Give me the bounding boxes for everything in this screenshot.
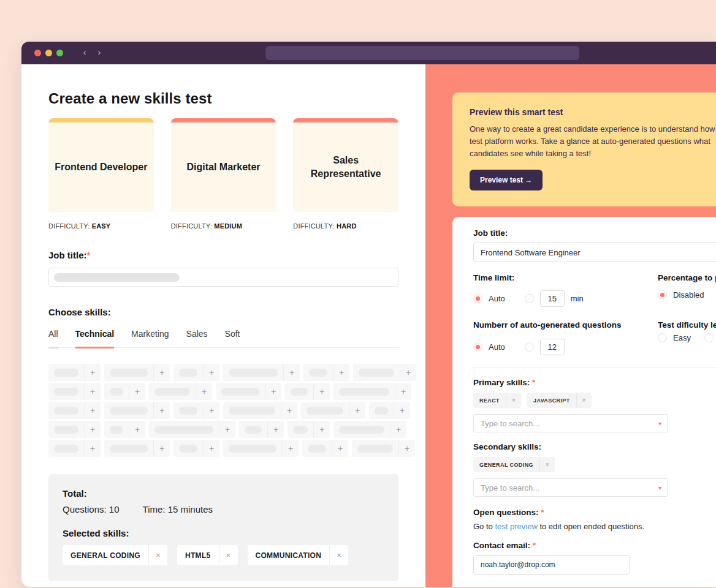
contact-email-input[interactable]: noah.taylor@drop.com [473,555,630,575]
add-skill-icon[interactable]: + [129,424,145,434]
skill-chip-general-coding: GENERAL CODING × [63,545,167,565]
tab-sales[interactable]: Sales [186,329,208,347]
tab-all[interactable]: All [48,329,58,349]
add-skill-icon[interactable]: + [196,386,212,396]
remove-skill-icon[interactable]: × [506,397,521,404]
forward-icon[interactable]: › [97,48,101,58]
page-title: Create a new skills test [48,90,398,107]
add-skill-icon[interactable]: + [204,405,219,415]
questions-custom-radio[interactable] [525,342,534,352]
time-limit-custom-radio[interactable] [525,294,534,303]
skill-chip-html5: HTML5 × [177,545,238,565]
template-card-sales-representative[interactable]: Sales Representative [293,118,398,212]
dropdown-caret-icon[interactable]: ▾ [658,484,661,491]
remove-skill-icon[interactable]: × [577,397,592,404]
total-questions: Questions: 10 [63,504,120,514]
add-skill-icon[interactable]: + [314,424,330,434]
add-skill-icon[interactable]: + [400,368,416,377]
minimize-window-icon[interactable] [45,50,52,56]
primary-skills-search-input[interactable]: Type to search... ▾ [473,414,668,432]
time-limit-label: Time limit: [473,273,658,282]
add-skill-icon[interactable]: + [204,368,219,377]
add-skill-icon[interactable]: + [284,368,300,377]
add-skill-icon[interactable]: + [85,424,101,434]
add-skill-icon[interactable]: + [332,443,348,453]
address-bar[interactable] [265,46,579,60]
skill-skeleton-chip: + [48,383,101,400]
add-skill-icon[interactable]: + [85,386,101,396]
template-card-digital-marketer[interactable]: Digital Marketer [171,118,276,212]
back-icon[interactable]: ‹ [83,48,86,58]
total-heading: Total: [63,488,384,499]
skill-skeleton-chip: + [333,383,411,400]
questions-count-label: Numberr of auto-generated questions [473,320,658,330]
add-skill-icon[interactable]: + [154,443,170,453]
questions-count-input[interactable]: 12 [540,339,565,355]
traffic-lights [34,50,63,56]
close-window-icon[interactable] [34,50,41,56]
total-time: Time: 15 minutes [143,504,213,514]
job-title-input[interactable] [48,268,398,287]
maximize-window-icon[interactable] [56,50,63,56]
add-skill-icon[interactable]: + [85,405,101,415]
test-preview-link[interactable]: test preview [495,522,537,531]
remove-skill-icon[interactable]: × [330,551,348,560]
time-limit-auto-radio[interactable] [473,294,482,303]
preview-test-button[interactable]: Preview test → [470,170,543,190]
chip-general-coding: GENERAL CODING × [473,457,555,472]
time-limit-auto-label: Auto [489,294,505,303]
add-skill-icon[interactable]: + [154,405,170,415]
difficulty-easy: DIFFICULTY: EASY [48,222,154,230]
add-skill-icon[interactable]: + [219,424,235,434]
add-skill-icon[interactable]: + [394,405,410,415]
skill-skeleton-chip: + [223,440,299,457]
job-title-label: Job title:* [48,250,398,260]
add-skill-icon[interactable]: + [399,443,415,453]
input-placeholder-skeleton [54,273,180,282]
skill-skeleton-chip: + [104,421,145,438]
add-skill-icon[interactable]: + [154,368,170,377]
questions-auto-radio[interactable] [473,342,482,352]
add-skill-icon[interactable]: + [333,368,349,377]
add-skill-icon[interactable]: + [395,386,411,396]
add-skill-icon[interactable]: + [85,443,101,453]
add-skill-icon[interactable]: + [265,386,281,396]
card-accent-bar [171,118,276,123]
remove-skill-icon[interactable]: × [149,551,167,560]
skill-skeleton-chip: + [369,402,410,419]
dropdown-caret-icon[interactable]: ▾ [658,420,661,427]
percentage-disabled-radio[interactable] [658,290,667,300]
tab-marketing[interactable]: Marketing [131,329,169,347]
form-job-title-label: Job title: [473,228,716,238]
skill-skeleton-chip: + [223,402,297,419]
open-questions-hint: Go to test preview to edit open ended qu… [473,522,716,531]
remove-skill-icon[interactable]: × [540,461,555,468]
remove-skill-icon[interactable]: × [219,551,238,560]
add-skill-icon[interactable]: + [390,424,406,434]
template-card-title: Digital Marketer [171,123,276,212]
skill-skeleton-chip: + [353,364,416,381]
time-limit-minutes-input[interactable]: 15 [540,290,565,307]
tab-technical[interactable]: Technical [75,329,115,349]
form-job-title-input[interactable]: Frontend Software Engineer [473,243,716,262]
add-skill-icon[interactable]: + [283,443,299,453]
template-card-frontend-developer[interactable]: Frontend Developer [48,118,154,212]
skills-tabs: All Technical Marketing Sales Soft [48,329,398,348]
skill-skeleton-chip: + [48,421,101,438]
add-skill-icon[interactable]: + [204,443,219,453]
add-skill-icon[interactable]: + [268,424,284,434]
secondary-skills-chips: GENERAL CODING × [473,457,716,472]
add-skill-icon[interactable]: + [281,405,297,415]
required-asterisk: * [87,250,91,260]
add-skill-icon[interactable]: + [85,368,101,377]
selected-skills-label: Selected skills: [63,528,384,538]
tab-soft[interactable]: Soft [225,329,240,347]
chip-javascript: JAVASCRIPT × [527,393,592,408]
difficulty-medium-radio[interactable] [704,333,714,342]
skill-skeleton-chip: + [285,383,330,400]
add-skill-icon[interactable]: + [349,405,365,415]
add-skill-icon[interactable]: + [314,386,330,396]
secondary-skills-search-input[interactable]: Type to search... ▾ [473,478,668,497]
add-skill-icon[interactable]: + [129,386,145,396]
difficulty-easy-radio[interactable] [658,333,667,342]
